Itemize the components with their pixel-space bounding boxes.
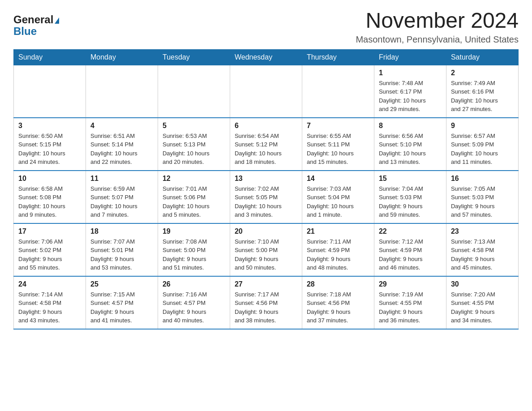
day-number: 10 [18,175,81,183]
calendar-week-row: 17Sunrise: 7:06 AM Sunset: 5:02 PM Dayli… [14,223,519,276]
calendar-cell [230,65,302,118]
day-number: 4 [90,122,153,130]
day-info: Sunrise: 7:05 AM Sunset: 5:03 PM Dayligh… [451,184,514,219]
day-number: 5 [163,122,225,130]
calendar-week-row: 24Sunrise: 7:14 AM Sunset: 4:58 PM Dayli… [14,276,519,329]
day-number: 8 [379,122,442,130]
calendar-week-row: 3Sunrise: 6:50 AM Sunset: 5:15 PM Daylig… [14,118,519,171]
day-info: Sunrise: 6:58 AM Sunset: 5:08 PM Dayligh… [18,184,81,219]
calendar-header-wednesday: Wednesday [230,49,302,65]
day-info: Sunrise: 7:19 AM Sunset: 4:55 PM Dayligh… [379,290,442,325]
day-info: Sunrise: 7:18 AM Sunset: 4:56 PM Dayligh… [307,290,369,325]
day-number: 9 [451,122,514,130]
day-number: 22 [379,227,442,235]
calendar-cell: 23Sunrise: 7:13 AM Sunset: 4:58 PM Dayli… [446,223,518,276]
day-number: 26 [163,280,225,288]
calendar-cell: 5Sunrise: 6:53 AM Sunset: 5:13 PM Daylig… [158,118,230,171]
calendar-cell: 27Sunrise: 7:17 AM Sunset: 4:56 PM Dayli… [230,276,302,329]
day-info: Sunrise: 7:01 AM Sunset: 5:06 PM Dayligh… [163,184,225,219]
calendar-cell: 10Sunrise: 6:58 AM Sunset: 5:08 PM Dayli… [14,171,86,223]
calendar-header-thursday: Thursday [302,49,374,65]
calendar-cell: 30Sunrise: 7:20 AM Sunset: 4:55 PM Dayli… [446,276,518,329]
day-info: Sunrise: 7:20 AM Sunset: 4:55 PM Dayligh… [451,290,514,325]
calendar-cell: 9Sunrise: 6:57 AM Sunset: 5:09 PM Daylig… [446,118,518,171]
calendar-cell: 8Sunrise: 6:56 AM Sunset: 5:10 PM Daylig… [374,118,446,171]
calendar-cell: 28Sunrise: 7:18 AM Sunset: 4:56 PM Dayli… [302,276,374,329]
calendar-cell: 14Sunrise: 7:03 AM Sunset: 5:04 PM Dayli… [302,171,374,223]
day-number: 12 [163,175,225,183]
month-title: November 2024 [356,9,519,33]
calendar-cell: 25Sunrise: 7:15 AM Sunset: 4:57 PM Dayli… [86,276,158,329]
calendar-cell [158,65,230,118]
calendar-cell: 6Sunrise: 6:54 AM Sunset: 5:12 PM Daylig… [230,118,302,171]
day-info: Sunrise: 6:55 AM Sunset: 5:11 PM Dayligh… [307,132,369,167]
day-number: 2 [451,69,514,77]
calendar-cell [302,65,374,118]
day-number: 19 [163,227,225,235]
day-number: 18 [90,227,153,235]
day-info: Sunrise: 7:48 AM Sunset: 6:17 PM Dayligh… [379,79,442,114]
calendar-cell [86,65,158,118]
day-info: Sunrise: 7:02 AM Sunset: 5:05 PM Dayligh… [235,184,297,219]
day-number: 15 [379,175,442,183]
day-number: 13 [235,175,297,183]
logo-triangle-icon [55,17,59,24]
day-number: 17 [18,227,81,235]
calendar-cell: 20Sunrise: 7:10 AM Sunset: 5:00 PM Dayli… [230,223,302,276]
calendar-cell: 12Sunrise: 7:01 AM Sunset: 5:06 PM Dayli… [158,171,230,223]
logo-general-text: General [13,13,53,26]
day-number: 24 [18,280,81,288]
calendar-header-tuesday: Tuesday [158,49,230,65]
day-number: 6 [235,122,297,130]
calendar-cell: 17Sunrise: 7:06 AM Sunset: 5:02 PM Dayli… [14,223,86,276]
day-info: Sunrise: 7:06 AM Sunset: 5:02 PM Dayligh… [18,237,81,272]
calendar-cell: 13Sunrise: 7:02 AM Sunset: 5:05 PM Dayli… [230,171,302,223]
calendar-cell [14,65,86,118]
day-info: Sunrise: 7:08 AM Sunset: 5:00 PM Dayligh… [163,237,225,272]
day-info: Sunrise: 6:50 AM Sunset: 5:15 PM Dayligh… [18,132,81,167]
calendar-cell: 7Sunrise: 6:55 AM Sunset: 5:11 PM Daylig… [302,118,374,171]
day-info: Sunrise: 6:56 AM Sunset: 5:10 PM Dayligh… [379,132,442,167]
calendar-cell: 21Sunrise: 7:11 AM Sunset: 4:59 PM Dayli… [302,223,374,276]
day-info: Sunrise: 7:16 AM Sunset: 4:57 PM Dayligh… [163,290,225,325]
calendar-week-row: 10Sunrise: 6:58 AM Sunset: 5:08 PM Dayli… [14,171,519,223]
day-number: 29 [379,280,442,288]
day-number: 25 [90,280,153,288]
location-title: Masontown, Pennsylvania, United States [356,34,519,45]
day-info: Sunrise: 7:15 AM Sunset: 4:57 PM Dayligh… [90,290,153,325]
day-info: Sunrise: 7:14 AM Sunset: 4:58 PM Dayligh… [18,290,81,325]
day-info: Sunrise: 7:10 AM Sunset: 5:00 PM Dayligh… [235,237,297,272]
day-info: Sunrise: 6:53 AM Sunset: 5:13 PM Dayligh… [163,132,225,167]
calendar-cell: 26Sunrise: 7:16 AM Sunset: 4:57 PM Dayli… [158,276,230,329]
day-number: 16 [451,175,514,183]
calendar-header-saturday: Saturday [446,49,518,65]
logo: General Blue [13,9,59,38]
calendar-cell: 22Sunrise: 7:12 AM Sunset: 4:59 PM Dayli… [374,223,446,276]
day-info: Sunrise: 6:51 AM Sunset: 5:14 PM Dayligh… [90,132,153,167]
calendar-header-sunday: Sunday [14,49,86,65]
day-number: 23 [451,227,514,235]
calendar-cell: 1Sunrise: 7:48 AM Sunset: 6:17 PM Daylig… [374,65,446,118]
calendar-header-friday: Friday [374,49,446,65]
calendar-cell: 3Sunrise: 6:50 AM Sunset: 5:15 PM Daylig… [14,118,86,171]
day-number: 14 [307,175,369,183]
day-info: Sunrise: 7:07 AM Sunset: 5:01 PM Dayligh… [90,237,153,272]
day-number: 3 [18,122,81,130]
day-number: 1 [379,69,442,77]
day-number: 27 [235,280,297,288]
calendar-cell: 4Sunrise: 6:51 AM Sunset: 5:14 PM Daylig… [86,118,158,171]
calendar-cell: 29Sunrise: 7:19 AM Sunset: 4:55 PM Dayli… [374,276,446,329]
day-number: 7 [307,122,369,130]
day-info: Sunrise: 7:13 AM Sunset: 4:58 PM Dayligh… [451,237,514,272]
day-info: Sunrise: 7:17 AM Sunset: 4:56 PM Dayligh… [235,290,297,325]
day-info: Sunrise: 7:49 AM Sunset: 6:16 PM Dayligh… [451,79,514,114]
calendar-cell: 2Sunrise: 7:49 AM Sunset: 6:16 PM Daylig… [446,65,518,118]
calendar-cell: 19Sunrise: 7:08 AM Sunset: 5:00 PM Dayli… [158,223,230,276]
day-number: 11 [90,175,153,183]
day-info: Sunrise: 6:59 AM Sunset: 5:07 PM Dayligh… [90,184,153,219]
day-info: Sunrise: 7:12 AM Sunset: 4:59 PM Dayligh… [379,237,442,272]
logo-blue-text: Blue [13,25,37,38]
day-info: Sunrise: 7:04 AM Sunset: 5:03 PM Dayligh… [379,184,442,219]
day-number: 30 [451,280,514,288]
day-info: Sunrise: 7:11 AM Sunset: 4:59 PM Dayligh… [307,237,369,272]
